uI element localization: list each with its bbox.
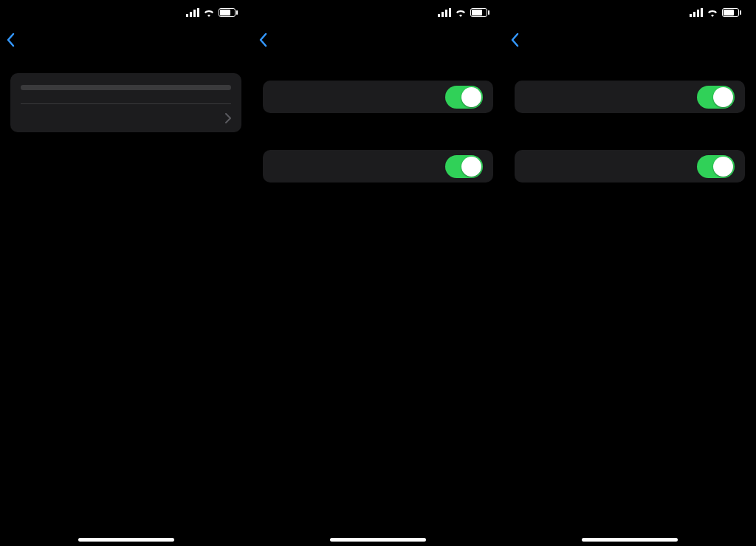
- status-bar: [0, 0, 252, 25]
- shared-albums-row[interactable]: [263, 150, 493, 182]
- svg-rect-5: [220, 10, 230, 16]
- screen-photos-originals: [252, 0, 504, 546]
- icloud-header: [504, 58, 755, 81]
- svg-rect-20: [740, 10, 741, 15]
- chevron-right-icon: [225, 113, 231, 123]
- storage-legend: [21, 90, 231, 103]
- wifi-icon: [203, 8, 215, 17]
- chevron-left-icon: [510, 33, 520, 51]
- screen-icloud-main: [0, 0, 252, 546]
- signal-icon: [438, 8, 451, 17]
- svg-rect-6: [236, 10, 238, 15]
- svg-rect-19: [724, 10, 734, 16]
- svg-rect-0: [186, 14, 188, 17]
- signal-icon: [186, 8, 199, 17]
- wifi-icon: [455, 8, 467, 17]
- navbar: [504, 25, 755, 58]
- screen-photos-optimize: [504, 0, 755, 546]
- storage-block: [10, 73, 241, 132]
- battery-icon: [722, 8, 742, 17]
- storage-bar: [21, 85, 231, 90]
- svg-rect-13: [488, 10, 489, 15]
- storage-options-note: [252, 132, 504, 137]
- svg-rect-9: [445, 10, 447, 17]
- navbar: [252, 25, 504, 58]
- manage-storage-row[interactable]: [21, 103, 231, 132]
- home-indicator[interactable]: [582, 538, 678, 542]
- shared-albums-row[interactable]: [515, 150, 745, 182]
- chevron-left-icon: [258, 33, 269, 51]
- svg-rect-17: [701, 8, 703, 17]
- battery-icon: [219, 8, 238, 17]
- icloud-photos-row[interactable]: [263, 81, 493, 113]
- back-button[interactable]: [258, 33, 269, 51]
- shared-albums-note: [252, 182, 504, 188]
- svg-rect-8: [441, 12, 444, 17]
- icloud-photos-toggle[interactable]: [445, 86, 483, 109]
- shared-albums-toggle[interactable]: [697, 155, 735, 178]
- home-indicator[interactable]: [330, 538, 426, 542]
- signal-icon: [690, 8, 703, 17]
- icloud-photos-row[interactable]: [515, 81, 745, 113]
- svg-rect-7: [438, 14, 440, 17]
- icloud-photos-toggle[interactable]: [697, 86, 735, 109]
- wifi-icon: [707, 8, 718, 17]
- shared-albums-toggle[interactable]: [445, 155, 483, 178]
- back-button[interactable]: [510, 33, 520, 51]
- svg-rect-10: [449, 8, 451, 17]
- svg-rect-16: [697, 10, 699, 17]
- svg-rect-1: [190, 12, 192, 17]
- icloud-photos-note: [252, 113, 504, 118]
- status-bar: [252, 0, 504, 25]
- svg-rect-15: [693, 12, 695, 17]
- chevron-left-icon: [6, 33, 16, 51]
- svg-rect-12: [472, 10, 482, 16]
- icloud-photos-note: [504, 113, 755, 118]
- shared-albums-note: [504, 182, 755, 188]
- home-indicator[interactable]: [78, 538, 174, 542]
- navbar: [0, 25, 252, 58]
- icloud-header: [252, 58, 504, 81]
- battery-icon: [470, 8, 490, 17]
- storage-options-note: [504, 132, 755, 137]
- storage-header: [0, 58, 252, 73]
- svg-rect-14: [690, 14, 692, 17]
- svg-rect-3: [197, 8, 199, 17]
- back-button[interactable]: [6, 33, 16, 51]
- status-bar: [504, 0, 755, 25]
- svg-rect-2: [193, 10, 196, 17]
